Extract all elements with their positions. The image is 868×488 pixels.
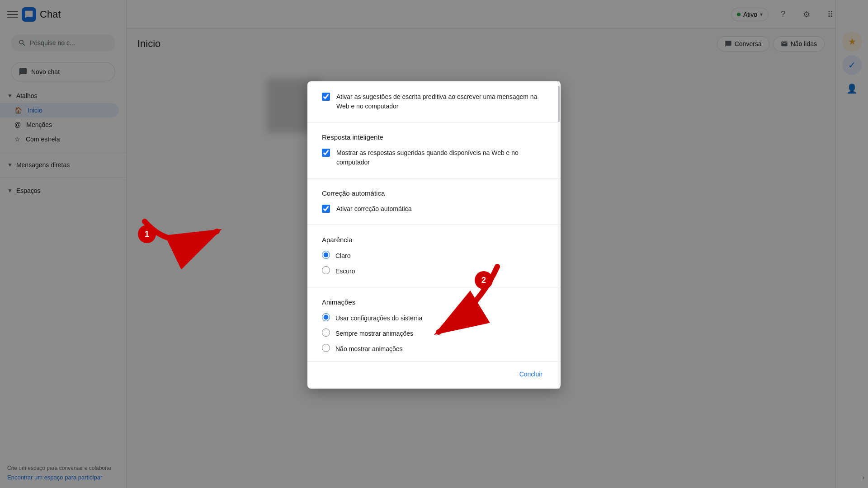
modal-overlay: Ativar as sugestões de escrita preditiva… [0, 0, 868, 488]
autocorrect-checkbox-row: Ativar correção automática [322, 204, 546, 214]
animations-section: Animações Usar configurações do sistema … [307, 287, 561, 361]
scroll-thumb [558, 86, 560, 122]
autocorrect-checkbox-wrapper[interactable] [322, 205, 331, 214]
theme-claro-radio-wrapper[interactable] [322, 251, 330, 261]
predictive-checkbox-wrapper[interactable] [322, 93, 331, 102]
theme-escuro-radio-wrapper[interactable] [322, 266, 330, 276]
anim-system-option: Usar configurações do sistema [322, 313, 546, 323]
theme-claro-label: Claro [335, 252, 350, 259]
smart-reply-title: Resposta inteligente [322, 133, 546, 141]
smart-reply-checkbox[interactable] [322, 149, 330, 157]
anim-always-radio-wrapper[interactable] [322, 328, 330, 338]
theme-escuro-option: Escuro [322, 266, 546, 276]
anim-always-option: Sempre mostrar animações [322, 328, 546, 338]
appearance-section: Aparência Claro Escuro [307, 225, 561, 287]
concluir-button[interactable]: Concluir [512, 367, 550, 381]
anim-always-radio[interactable] [322, 328, 330, 337]
predictive-checkbox-label: Ativar as sugestões de escrita preditiva… [336, 92, 546, 111]
theme-claro-radio[interactable] [322, 251, 330, 259]
autocorrect-checkbox[interactable] [322, 205, 330, 213]
smart-reply-checkbox-row: Mostrar as respostas sugeridas quando di… [322, 148, 546, 167]
theme-escuro-label: Escuro [335, 267, 355, 275]
modal-footer: Concluir [307, 361, 561, 389]
anim-system-radio[interactable] [322, 313, 330, 321]
settings-modal: Ativar as sugestões de escrita preditiva… [307, 81, 561, 389]
anim-none-label: Não mostrar animações [335, 345, 403, 352]
predictive-checkbox[interactable] [322, 93, 330, 101]
anim-always-label: Sempre mostrar animações [335, 330, 413, 337]
autocorrect-checkbox-label: Ativar correção automática [336, 204, 412, 214]
theme-escuro-radio[interactable] [322, 266, 330, 274]
smart-reply-section: Resposta inteligente Mostrar as resposta… [307, 122, 561, 178]
scrollbar[interactable] [557, 81, 561, 389]
anim-none-radio-wrapper[interactable] [322, 344, 330, 354]
theme-claro-option: Claro [322, 251, 546, 261]
scroll-track [558, 81, 560, 389]
smart-reply-checkbox-label: Mostrar as respostas sugeridas quando di… [336, 148, 546, 167]
autocorrect-title: Correção automática [322, 189, 546, 197]
autocorrect-section: Correção automática Ativar correção auto… [307, 178, 561, 225]
animations-title: Animações [322, 298, 546, 306]
anim-system-label: Usar configurações do sistema [335, 314, 422, 322]
modal-body: Ativar as sugestões de escrita preditiva… [307, 81, 561, 361]
anim-none-radio[interactable] [322, 344, 330, 352]
anim-system-radio-wrapper[interactable] [322, 313, 330, 323]
smart-reply-checkbox-wrapper[interactable] [322, 149, 331, 158]
appearance-title: Aparência [322, 236, 546, 244]
predictive-checkbox-row: Ativar as sugestões de escrita preditiva… [322, 92, 546, 111]
anim-none-option: Não mostrar animações [322, 344, 546, 354]
predictive-section: Ativar as sugestões de escrita preditiva… [307, 81, 561, 122]
